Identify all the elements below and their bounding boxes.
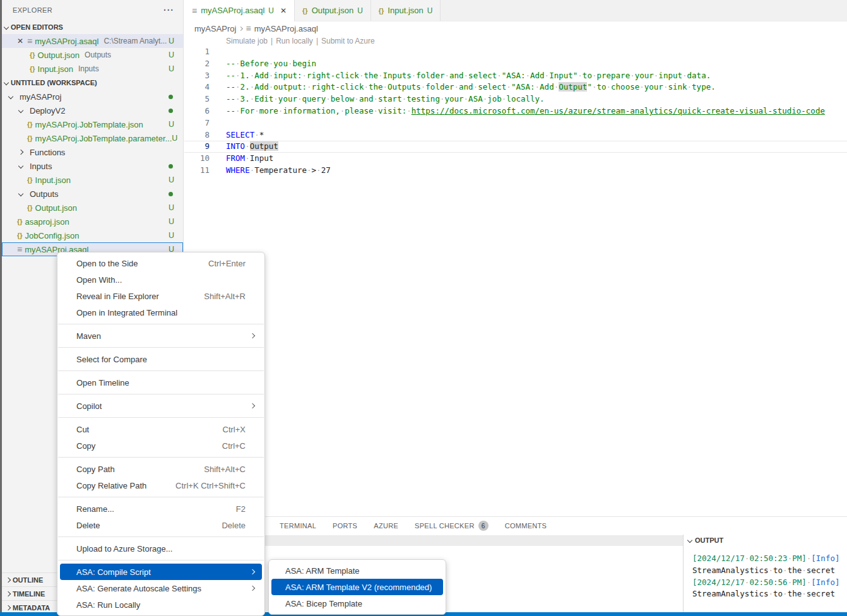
open-editor-myasaproj-asaql[interactable]: ✕≡myASAProj.asaqlC:\Stream Analyt...U [2, 34, 183, 48]
file-label: Input.json [35, 175, 71, 185]
tab-myasaproj-asaql[interactable]: ≡myASAProj.asaqlU✕ [184, 0, 295, 21]
menu-item-copy-relative-path[interactable]: Copy Relative PathCtrl+K Ctrl+Shift+C [60, 477, 262, 494]
menu-item-asa-arm-template-v2-recommended[interactable]: ASA: ARM Template V2 (recommended) [271, 579, 443, 595]
chevron-right-icon [6, 591, 11, 596]
tree-item-outputs[interactable]: Outputs [2, 187, 183, 201]
chevron-down-icon[interactable] [18, 108, 23, 113]
more-actions-icon[interactable]: ··· [163, 5, 174, 15]
chevron-right-icon [239, 26, 243, 30]
panel-tab-azure[interactable]: AZURE [374, 517, 398, 535]
code-line-11[interactable]: 11WHERE·Temperature·>·27 [184, 165, 847, 177]
asaql-file-icon: ≡ [246, 23, 251, 33]
tree-item-myasaproj-jobtemplate-parameter[interactable]: {}myASAProj.JobTemplate.parameter...U [2, 131, 183, 145]
chevron-down-icon [4, 25, 9, 30]
output-section-header[interactable]: OUTPUT [684, 535, 847, 546]
open-editor-input-json[interactable]: {}Input.jsonInputsU [2, 62, 183, 76]
asaql-file-icon: ≡ [27, 36, 32, 46]
code-line-7[interactable]: 7 [184, 117, 847, 129]
line-number: 5 [184, 93, 210, 105]
menu-item-rename[interactable]: Rename...F2 [60, 500, 262, 517]
json-file-icon: {} [379, 7, 384, 15]
menu-item-label: ASA: ARM Template [285, 566, 360, 576]
menu-item-asa-compile-script[interactable]: ASA: Compile Script [60, 564, 262, 580]
menu-item-label: Cut [76, 425, 89, 434]
code-line-10[interactable]: 10FROM·Input [184, 153, 847, 165]
menu-item-open-to-the-side[interactable]: Open to the SideCtrl+Enter [60, 255, 262, 271]
tree-item-functions[interactable]: Functions [2, 145, 183, 159]
panel-tab-spell-checker[interactable]: SPELL CHECKER6 [415, 517, 489, 535]
tree-item-inputs[interactable]: Inputs [2, 159, 183, 173]
tree-item-jobconfig-json[interactable]: {}JobConfig.jsonU [2, 228, 183, 242]
doc-link[interactable]: https://docs.microsoft.com/en-us/azure/s… [412, 106, 825, 116]
panel-tab-ports[interactable]: PORTS [333, 517, 357, 535]
menu-item-open-timeline[interactable]: Open Timeline [60, 374, 262, 391]
menu-item-open-in-integrated-terminal[interactable]: Open in Integrated Terminal [60, 304, 262, 321]
menu-item-upload-to-azure-storage[interactable]: Upload to Azure Storage... [60, 540, 262, 557]
asaql-file-icon: ≡ [192, 6, 197, 16]
menu-item-asa-run-locally[interactable]: ASA: Run Locally [60, 596, 262, 613]
log-line-3: [2024/12/17·02:50:56·PM]·[Info] [692, 577, 847, 589]
menu-item-asa-generate-autoscale-settings[interactable]: ASA: Generate Autoscale Settings [60, 580, 262, 596]
context-menu: Open to the SideCtrl+EnterOpen With...Re… [57, 252, 265, 616]
menu-item-copy[interactable]: CopyCtrl+C [60, 437, 262, 454]
code-line-4[interactable]: 4--·2.·Add·output:·right-click·the·Outpu… [184, 81, 847, 93]
tab-label: myASAProj.asaql [201, 6, 264, 15]
code-line-3[interactable]: 3--·1.·Add·input:·right-click·the·Inputs… [184, 70, 847, 82]
menu-item-cut[interactable]: CutCtrl+X [60, 421, 262, 437]
menu-item-asa-bicep-template[interactable]: ASA: Bicep Template [271, 595, 443, 612]
open-editor-output-json[interactable]: {}Output.jsonOutputsU [2, 48, 183, 62]
log-line-2: StreamAnalystics·to·the·secret [692, 565, 847, 577]
file-label: Output.json [38, 50, 80, 60]
tree-item-myasaproj-jobtemplate-json[interactable]: {}myASAProj.JobTemplate.jsonU [2, 117, 183, 131]
code-line-6[interactable]: 6--·For·more·information,·please·visit:·… [184, 105, 847, 117]
tab-label: Output.json [312, 6, 354, 15]
log-line-1: [2024/12/17·02:50:23·PM]·[Info] [692, 553, 847, 565]
tab-output-json[interactable]: {}Output.jsonU [295, 0, 371, 21]
code-line-5[interactable]: 5--·3.·Edit·your·query·below·and·start·t… [184, 93, 847, 105]
code-line-9[interactable]: 9INTO·Output [184, 141, 847, 153]
output-log: [2024/12/17·02:50:23·PM]·[Info]StreamAna… [684, 553, 847, 600]
tree-item-output-json[interactable]: {}Output.jsonU [2, 201, 183, 215]
tree-item-input-json[interactable]: {}Input.jsonU [2, 173, 183, 187]
menu-item-reveal-in-file-explorer[interactable]: Reveal in File ExplorerShift+Alt+R [60, 288, 262, 304]
breadcrumb-file[interactable]: myASAProj.asaql [254, 24, 318, 33]
menu-item-maven[interactable]: Maven [60, 328, 262, 344]
chevron-down-icon[interactable] [8, 94, 13, 99]
code-line-1[interactable]: 1 [184, 46, 847, 58]
menu-item-copy-path[interactable]: Copy PathShift+Alt+C [60, 461, 262, 477]
menu-item-asa-arm-template[interactable]: ASA: ARM Template [271, 562, 443, 579]
code-line-2[interactable]: 2--·Before·you·begin [184, 58, 847, 70]
json-file-icon: {} [30, 65, 35, 73]
tab-input-json[interactable]: {}Input.jsonU [371, 0, 441, 21]
menu-item-delete[interactable]: DeleteDelete [60, 517, 262, 533]
breadcrumb-folder[interactable]: myASAProj [194, 24, 236, 33]
open-editors-header[interactable]: OPEN EDITORS [2, 20, 183, 34]
chevron-down-icon[interactable] [18, 163, 23, 169]
menu-separator [58, 324, 264, 324]
panel-tab-terminal[interactable]: TERMINAL [280, 517, 316, 535]
menu-item-copilot[interactable]: Copilot [60, 398, 262, 414]
codelens-run-locally[interactable]: Run locally [276, 37, 313, 45]
chevron-right-icon[interactable] [18, 150, 23, 155]
close-icon[interactable]: ✕ [280, 6, 287, 15]
menu-item-shortcut: Ctrl+X [223, 425, 246, 434]
code-editor[interactable]: Simulate job|Run locally|Submit to Azure… [184, 35, 847, 177]
chevron-down-icon [4, 80, 9, 85]
panel-tab-comments[interactable]: COMMENTS [505, 517, 547, 535]
menu-item-shortcut: Ctrl+K Ctrl+Shift+C [175, 481, 246, 490]
submenu-arrow-icon [250, 333, 255, 338]
codelens-submit-to-azure[interactable]: Submit to Azure [321, 37, 375, 45]
menu-item-open-with[interactable]: Open With... [60, 271, 262, 288]
menu-item-shortcut: Ctrl+C [222, 441, 246, 451]
line-number: 4 [184, 81, 210, 93]
menu-item-select-for-compare[interactable]: Select for Compare [60, 351, 262, 367]
tree-item-deployv2[interactable]: DeployV2 [2, 104, 183, 117]
code-line-8[interactable]: 8SELECT·* [184, 129, 847, 141]
workspace-header[interactable]: UNTITLED (WORKSPACE) [2, 76, 183, 90]
close-icon[interactable]: ✕ [17, 37, 23, 45]
tree-item-asaproj-json[interactable]: {}asaproj.jsonU [2, 215, 183, 228]
chevron-down-icon[interactable] [18, 191, 23, 196]
tree-item-myasaproj[interactable]: myASAProj [2, 90, 183, 104]
codelens-simulate-job[interactable]: Simulate job [226, 37, 268, 45]
menu-item-label: Upload to Azure Storage... [76, 544, 172, 554]
